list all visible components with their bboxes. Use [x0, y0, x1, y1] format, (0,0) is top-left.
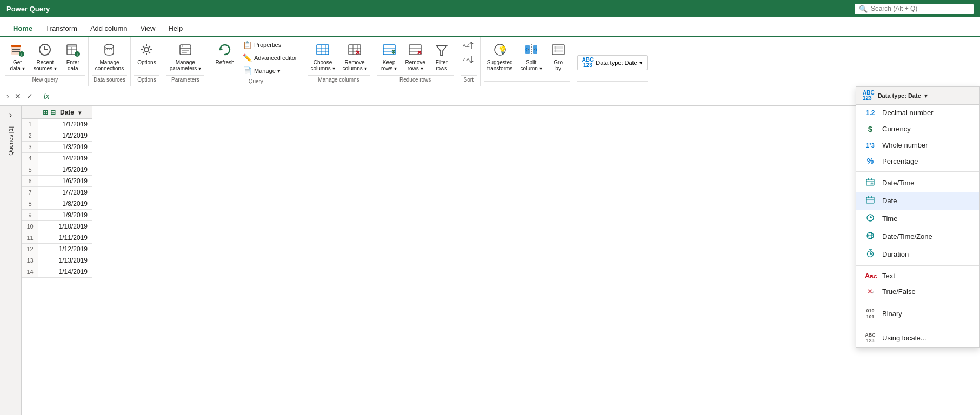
remove-rows-button[interactable]: Removerows ▾	[402, 39, 429, 73]
table-row: 3 1/3/2019	[22, 142, 92, 153]
date-column-header[interactable]: ⊞ ⊟ Date ▾	[38, 106, 92, 119]
date-cell: 1/8/2019	[38, 198, 92, 210]
menu-item-help[interactable]: Help	[162, 21, 189, 37]
advanced-editor-button[interactable]: ✏️ Advanced editor	[239, 52, 301, 64]
menu-item-view[interactable]: View	[134, 21, 162, 37]
dropdown-item-duration[interactable]: Duration	[856, 245, 979, 263]
date-cell: 1/7/2019	[38, 187, 92, 198]
ribbon-group-reduce-rows: Keeprows ▾ Removerows ▾	[374, 37, 457, 86]
ribbon-group-manage-columns: Choosecolumns ▾ Removecolumns ▾	[304, 37, 374, 86]
dropdown-divider-2	[856, 265, 979, 266]
row-number: 12	[22, 244, 38, 255]
manage-parameters-button[interactable]: ≡ Manageparameters ▾	[166, 39, 204, 73]
new-query-label: New query	[5, 75, 85, 84]
currency-icon: $	[865, 124, 876, 133]
suggested-transforms-icon: 💡	[492, 41, 508, 58]
dropdown-item-date[interactable]: Date	[856, 192, 979, 210]
fx-label: fx	[39, 92, 54, 101]
data-table: ⊞ ⊟ Date ▾ 1 1/1/2019 2 1/2/2019 3 1/3/2…	[22, 106, 92, 278]
suggested-transforms-label: Suggestedtransforms	[487, 59, 513, 71]
decimal-label: Decimal number	[882, 109, 934, 117]
sort-az-button[interactable]: A Z	[461, 39, 477, 52]
table-row: 6 1/6/2019	[22, 176, 92, 187]
refresh-label: Refresh	[215, 59, 234, 65]
formula-cancel-button[interactable]: ✕	[12, 91, 23, 102]
dropdown-item-percentage[interactable]: % Percentage	[856, 153, 979, 169]
manage-parameters-icon: ≡	[178, 41, 193, 58]
menu-item-transform[interactable]: Transform	[39, 21, 84, 37]
keep-rows-button[interactable]: Keeprows ▾	[377, 39, 401, 73]
search-input[interactable]	[871, 5, 969, 12]
dropdown-item-locale[interactable]: ABC123 Using locale...	[856, 329, 979, 348]
queries-panel-label[interactable]: Queries [1]	[8, 126, 14, 156]
remove-columns-button[interactable]: Removecolumns ▾	[339, 39, 370, 73]
locale-label: Using locale...	[882, 334, 926, 342]
sidebar-expand-button[interactable]: ›	[9, 110, 12, 120]
date-cell: 1/3/2019	[38, 142, 92, 153]
reduce-rows-label: Reduce rows	[377, 75, 454, 84]
truefalse-icon: ✕∕	[865, 287, 876, 296]
date-icon	[865, 196, 876, 206]
sort-za-button[interactable]: Z A	[461, 53, 477, 66]
recent-sources-label: Recentsources ▾	[34, 59, 57, 71]
get-data-button[interactable]: ↓ Getdata ▾	[5, 39, 29, 73]
date-col-label: Date	[60, 109, 74, 116]
options-button[interactable]: Options	[134, 39, 159, 68]
suggested-transforms-button[interactable]: 💡 Suggestedtransforms	[484, 39, 516, 73]
currency-label: Currency	[882, 125, 911, 133]
enter-data-label: Enterdata	[66, 59, 79, 71]
refresh-button[interactable]: Refresh	[211, 39, 238, 68]
dropdown-header: ABC123 Data type: Date ▾	[856, 87, 979, 105]
split-column-button[interactable]: Splitcolumn ▾	[517, 39, 545, 73]
table-row: 8 1/8/2019	[22, 198, 92, 210]
dropdown-item-currency[interactable]: $ Currency	[856, 121, 979, 137]
choose-columns-button[interactable]: Choosecolumns ▾	[308, 39, 338, 73]
manage-connections-label: Manageconnections	[95, 59, 124, 71]
manage-button[interactable]: 📄 Manage ▾	[239, 65, 301, 77]
formula-nav-buttons: › ✕ ✓	[4, 91, 35, 102]
dropdown-item-datetime[interactable]: Date/Time	[856, 174, 979, 192]
ribbon-group-items-sort: A Z Z A	[461, 39, 477, 75]
title-bar-right: 🔍	[855, 4, 974, 14]
dropdown-item-binary[interactable]: 010101 Binary	[856, 304, 979, 324]
formula-confirm-button[interactable]: ✓	[24, 91, 35, 102]
search-box[interactable]: 🔍	[855, 4, 974, 14]
ribbon-group-query: Refresh 📋 Properties ✏️ Advanced editor …	[208, 37, 304, 86]
dropdown-item-datetimezone[interactable]: Date/Time/Zone	[856, 227, 979, 245]
filter-rows-label: Filterrows	[436, 59, 448, 71]
date-type-dropdown[interactable]: ▾	[78, 110, 81, 116]
data-type-button[interactable]: ABC123 Data type: Date ▾	[577, 55, 648, 70]
svg-line-21	[149, 52, 150, 53]
expand-panel-button[interactable]: ›	[4, 91, 11, 102]
row-number-header	[22, 106, 38, 119]
filter-rows-button[interactable]: Filterrows	[430, 39, 454, 73]
enter-data-button[interactable]: + Enterdata	[61, 39, 85, 73]
row-number: 11	[22, 232, 38, 244]
table-row: 1 1/1/2019	[22, 119, 92, 130]
datetimezone-label: Date/Time/Zone	[882, 232, 932, 240]
properties-button[interactable]: 📋 Properties	[239, 39, 301, 51]
menu-item-add-column[interactable]: Add column	[84, 21, 134, 37]
group-by-button[interactable]: Groby	[546, 39, 570, 73]
manage-connections-button[interactable]: Manageconnections	[92, 39, 127, 73]
advanced-editor-icon: ✏️	[243, 53, 252, 62]
dropdown-item-truefalse[interactable]: ✕∕ True/False	[856, 284, 979, 299]
formula-input[interactable]: Table.RenameColumns(#"Converted to table…	[58, 92, 976, 100]
row-number: 9	[22, 210, 38, 221]
dropdown-item-decimal[interactable]: 1.2 Decimal number	[856, 105, 979, 121]
options-group-label: Options	[134, 75, 159, 84]
dropdown-item-text[interactable]: ABC Text	[856, 268, 979, 284]
row-number: 5	[22, 164, 38, 176]
dropdown-item-whole[interactable]: 1²3 Whole number	[856, 137, 979, 153]
menu-item-home[interactable]: Home	[6, 21, 39, 37]
recent-sources-button[interactable]: Recentsources ▾	[30, 39, 60, 73]
dropdown-item-time[interactable]: Time	[856, 210, 979, 227]
dropdown-divider-1	[856, 171, 979, 172]
table-row: 7 1/7/2019	[22, 187, 92, 198]
properties-icon: 📋	[243, 41, 252, 49]
dropdown-header-icon: ABC123	[863, 90, 875, 101]
svg-point-13	[105, 44, 114, 49]
duration-label: Duration	[882, 250, 909, 258]
title-bar: Power Query 🔍	[0, 0, 980, 17]
svg-rect-3	[12, 51, 20, 52]
